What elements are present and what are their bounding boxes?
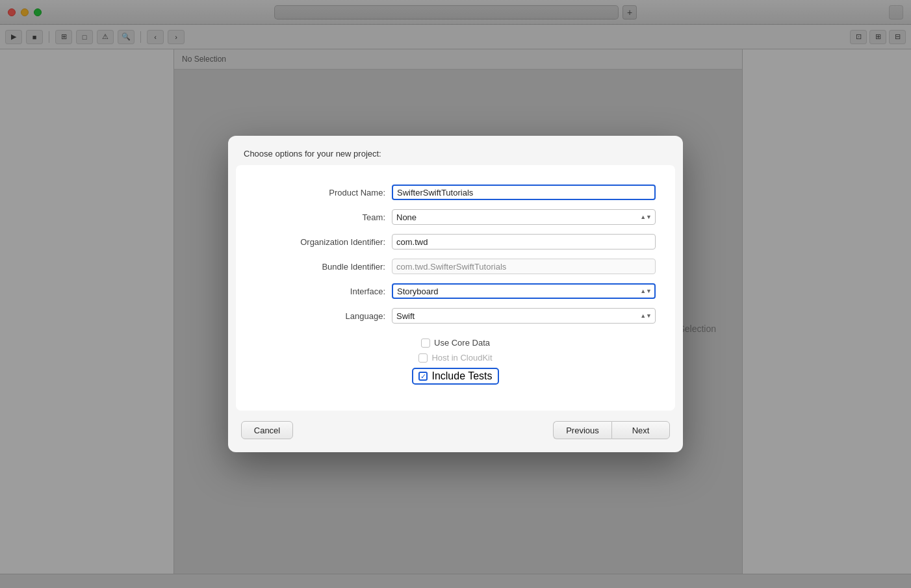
include-tests-checkmark: ✓ — [418, 372, 428, 381]
team-select[interactable]: None — [392, 209, 656, 225]
include-tests-row: ✓ Include Tests — [412, 368, 498, 385]
interface-select[interactable]: Storyboard SwiftUI — [392, 283, 656, 299]
product-name-label: Product Name: — [255, 188, 385, 198]
modal-overlay: Choose options for your new project: Pro… — [0, 0, 911, 588]
team-row: Team: None ▲▼ — [236, 209, 675, 225]
modal-title: Choose options for your new project: — [244, 149, 381, 159]
include-tests-label: Include Tests — [431, 370, 492, 382]
team-select-wrapper: None ▲▼ — [392, 209, 656, 225]
previous-button[interactable]: Previous — [553, 421, 611, 439]
host-in-cloudkit-checkbox[interactable] — [418, 353, 428, 363]
team-label: Team: — [255, 212, 385, 222]
use-core-data-label: Use Core Data — [434, 338, 490, 348]
next-button[interactable]: Next — [611, 421, 670, 439]
nav-button-group: Previous Next — [553, 421, 670, 439]
checkboxes-area: Use Core Data Host in CloudKit ✓ Include… — [236, 333, 675, 385]
interface-row: Interface: Storyboard SwiftUI ▲▼ — [236, 283, 675, 299]
bundle-identifier-row: Bundle Identifier: — [236, 259, 675, 274]
modal-footer: Cancel Previous Next — [228, 411, 683, 452]
org-identifier-input[interactable] — [392, 234, 656, 249]
org-identifier-row: Organization Identifier: — [236, 234, 675, 249]
use-core-data-checkbox[interactable] — [421, 339, 430, 348]
modal-header: Choose options for your new project: — [228, 136, 683, 165]
modal-body: Product Name: Team: None ▲▼ Organization… — [236, 165, 675, 411]
product-name-input[interactable] — [392, 185, 656, 200]
modal-dialog: Choose options for your new project: Pro… — [228, 136, 683, 452]
interface-select-wrapper: Storyboard SwiftUI ▲▼ — [392, 283, 656, 299]
language-select-wrapper: Swift Objective-C ▲▼ — [392, 308, 656, 324]
language-select[interactable]: Swift Objective-C — [392, 308, 656, 324]
org-identifier-label: Organization Identifier: — [255, 237, 385, 247]
interface-label: Interface: — [255, 287, 385, 296]
language-row: Language: Swift Objective-C ▲▼ — [236, 308, 675, 324]
host-in-cloudkit-label: Host in CloudKit — [431, 353, 492, 363]
cancel-button[interactable]: Cancel — [241, 421, 293, 439]
language-label: Language: — [255, 311, 385, 321]
host-in-cloudkit-row: Host in CloudKit — [418, 353, 492, 363]
product-name-row: Product Name: — [236, 185, 675, 200]
use-core-data-row: Use Core Data — [421, 338, 490, 348]
bundle-identifier-input — [392, 259, 656, 274]
bundle-identifier-label: Bundle Identifier: — [255, 262, 385, 272]
